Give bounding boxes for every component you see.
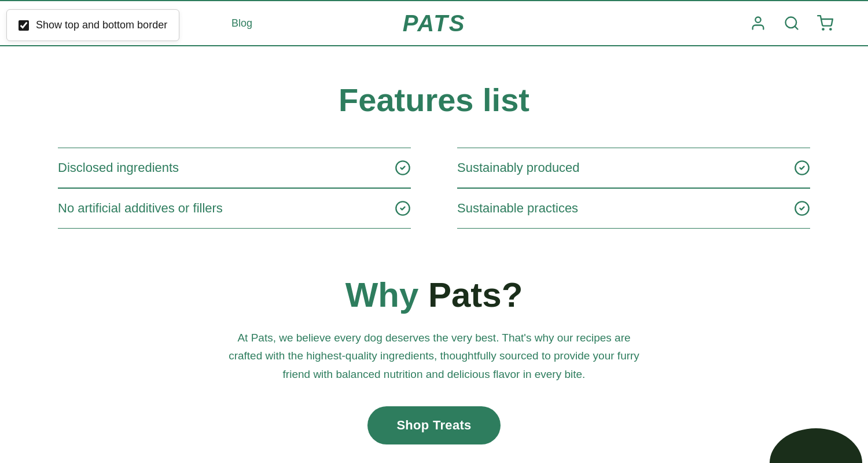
feature-item-sustainable-practices: Sustainable practices <box>457 188 810 229</box>
site-header: Show top and bottom border Blog PATS <box>0 0 868 46</box>
feature-text-sustainable-practices: Sustainable practices <box>457 201 578 216</box>
feature-text-no-additives: No artificial additives or fillers <box>58 201 223 216</box>
feature-item-disclosed: Disclosed ingredients <box>58 148 411 188</box>
feature-text-disclosed: Disclosed ingredients <box>58 160 179 175</box>
cart-icon[interactable] <box>817 15 833 31</box>
border-toggle-label: Show top and bottom border <box>36 19 167 31</box>
svg-line-2 <box>795 26 797 29</box>
user-icon[interactable] <box>750 15 766 31</box>
svg-point-4 <box>830 28 831 30</box>
why-description: At Pats, we believe every dog deserves t… <box>226 329 642 383</box>
svg-point-0 <box>755 17 760 23</box>
feature-item-sustainably-produced: Sustainably produced <box>457 148 810 188</box>
feature-item-no-additives: No artificial additives or fillers <box>58 188 411 229</box>
features-title: Features list <box>46 81 822 119</box>
check-icon-sustainable-practices <box>794 200 810 216</box>
border-toggle-checkbox[interactable] <box>19 20 29 31</box>
svg-point-3 <box>822 28 823 30</box>
features-left-col: Disclosed ingredients No artificial addi… <box>58 148 411 229</box>
border-toggle-popup: Show top and bottom border <box>6 9 179 41</box>
why-pats-section: Why Pats? At Pats, we believe every dog … <box>226 275 642 444</box>
check-icon-sustainably-produced <box>794 160 810 176</box>
features-grid: Disclosed ingredients No artificial addi… <box>58 148 810 229</box>
why-title-dark: Pats? <box>428 275 523 314</box>
features-right-col: Sustainably produced Sustainable practic… <box>457 148 810 229</box>
nav-blog-link[interactable]: Blog <box>231 17 252 30</box>
shop-treats-button[interactable]: Shop Treats <box>367 406 500 444</box>
feature-text-sustainably-produced: Sustainably produced <box>457 160 580 175</box>
main-content: Features list Disclosed ingredients No a… <box>0 46 868 463</box>
why-title-green: Why <box>345 275 428 314</box>
site-logo: PATS <box>403 10 466 36</box>
header-right <box>750 15 833 31</box>
why-title: Why Pats? <box>226 275 642 315</box>
check-icon-no-additives <box>395 200 411 216</box>
check-icon-disclosed <box>395 160 411 176</box>
search-icon[interactable] <box>784 15 800 31</box>
